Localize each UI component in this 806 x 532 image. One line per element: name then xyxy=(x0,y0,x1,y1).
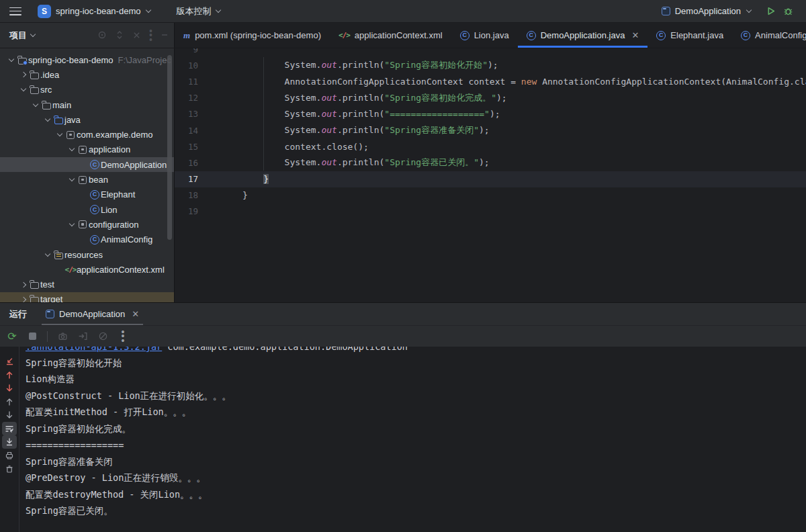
main-menu-icon[interactable] xyxy=(9,7,21,15)
prev-occurrence-button[interactable] xyxy=(2,395,17,408)
tree-label: configuration xyxy=(89,220,138,230)
chevron-down-icon[interactable] xyxy=(45,251,50,256)
chevron-down-icon[interactable] xyxy=(21,86,26,91)
stop-button[interactable] xyxy=(24,328,40,345)
coverage-button[interactable] xyxy=(95,328,111,345)
tab-label: Lion.java xyxy=(474,30,509,40)
tab-label: AnimalConfig.java xyxy=(755,30,806,40)
vcs-widget[interactable]: 版本控制 xyxy=(172,3,224,19)
code-segment-keyword: new xyxy=(521,77,537,87)
editor-tab-Lion.java[interactable]: CLion.java xyxy=(451,23,518,48)
tree-label: spring-ioc-bean-demo xyxy=(28,55,113,65)
debug-button[interactable] xyxy=(779,3,797,20)
chevron-right-icon[interactable] xyxy=(21,72,26,77)
project-name: spring-ioc-bean-demo xyxy=(56,6,140,16)
tree-item-java[interactable]: java xyxy=(0,112,174,127)
print-button[interactable] xyxy=(2,449,17,462)
collapse-all-icon[interactable] xyxy=(132,31,141,40)
tree-item-Lion[interactable]: CLion xyxy=(0,202,174,217)
chevron-down-icon[interactable] xyxy=(45,116,50,122)
tree-item-DemoApplication[interactable]: CDemoApplication xyxy=(0,157,174,172)
vcs-label: 版本控制 xyxy=(176,5,211,17)
code-line-12[interactable]: 12 System.out.println("Spring容器初始化完成。"); xyxy=(175,90,806,106)
tree-item-spring-ioc-bean-demo[interactable]: spring-ioc-bean-demoF:\JavaProjec xyxy=(0,52,174,67)
attach-debugger-button[interactable] xyxy=(75,328,91,345)
thread-dump-button[interactable] xyxy=(54,328,71,345)
chevron-right-icon[interactable] xyxy=(21,297,26,302)
jump-to-bottom-button[interactable] xyxy=(2,355,17,368)
code-line-15[interactable]: 15 context.close(); xyxy=(175,138,806,154)
editor-tab-AnimalConfig.java[interactable]: CAnimalConfig.java xyxy=(732,23,806,48)
run-button[interactable] xyxy=(762,3,779,20)
tree-item-resources[interactable]: resources xyxy=(0,247,174,262)
editor-tab-Elephant.java[interactable]: CElephant.java xyxy=(647,23,732,48)
editor-tab-applicationContext.xml[interactable]: </>applicationContext.xml xyxy=(330,23,451,48)
chevron-down-icon[interactable] xyxy=(69,146,75,151)
more-options-button[interactable]: ••• xyxy=(115,328,131,345)
clear-console-button[interactable] xyxy=(2,462,17,476)
tree-item-test[interactable]: test xyxy=(0,277,174,292)
project-panel-header: 项目 ••• xyxy=(0,23,175,48)
code-line-13[interactable]: 13 System.out.println("=================… xyxy=(175,106,806,122)
code-line-19[interactable]: 19 xyxy=(175,204,806,220)
next-occurrence-button[interactable] xyxy=(2,408,17,422)
tree-item-com.example.demo[interactable]: com.example.demo xyxy=(0,127,174,142)
chevron-down-icon[interactable] xyxy=(69,176,75,181)
close-icon[interactable]: ✕ xyxy=(631,30,639,40)
code-line-16[interactable]: 16 System.out.println("Spring容器已关闭。"); xyxy=(175,154,806,171)
tree-item-application[interactable]: application xyxy=(0,142,174,157)
tree-item-target[interactable]: target xyxy=(0,292,174,302)
code-line-9[interactable]: 9 xyxy=(175,48,806,57)
chevron-down-icon[interactable] xyxy=(69,221,75,226)
expand-collapse-icon[interactable] xyxy=(115,30,124,40)
tree-item-Elephant[interactable]: CElephant xyxy=(0,187,174,202)
scroll-to-end-button[interactable] xyxy=(2,435,17,449)
next-error-button[interactable] xyxy=(2,382,17,395)
up-arrow-red-icon xyxy=(5,370,14,380)
tree-item-applicationContext.xml[interactable]: </>applicationContext.xml xyxy=(0,262,174,277)
chevron-down-icon[interactable] xyxy=(33,101,38,106)
code-line-10[interactable]: 10 System.out.println("Spring容器初始化开始"); xyxy=(175,57,806,73)
run-config-icon xyxy=(662,7,670,15)
soft-wrap-button[interactable] xyxy=(2,422,17,435)
tree-item-main[interactable]: main xyxy=(0,97,174,112)
code-line-14[interactable]: 14 System.out.println("Spring容器准备关闭"); xyxy=(175,122,806,138)
code-line-11[interactable]: 11 AnnotationConfigApplicationContext co… xyxy=(175,73,806,89)
chevron-right-icon[interactable] xyxy=(21,281,26,287)
prev-error-button[interactable] xyxy=(2,368,17,382)
panel-options-icon[interactable]: ••• xyxy=(149,29,152,42)
class-icon: C xyxy=(90,205,99,214)
tree-item-.idea[interactable]: .idea xyxy=(0,67,174,82)
console-line-11: Spring容器已关闭。 xyxy=(26,503,806,520)
code-text: System.out.println("Spring容器已关闭。"); xyxy=(242,157,490,169)
code-editor[interactable]: 910 System.out.println("Spring容器初始化开始");… xyxy=(175,48,806,302)
run-config-widget[interactable]: DemoApplication xyxy=(658,4,755,18)
line-number: 17 xyxy=(175,174,198,184)
line-number: 15 xyxy=(175,142,198,152)
code-line-17[interactable]: 17 } xyxy=(175,171,806,187)
chevron-down-icon[interactable] xyxy=(9,56,14,61)
console-line-7: ================== xyxy=(26,437,806,454)
locate-file-icon[interactable] xyxy=(97,30,107,40)
run-tab[interactable]: DemoApplication ✕ xyxy=(42,303,143,325)
line-number: 18 xyxy=(175,190,198,200)
console-line-5: 配置类initMethod - 打开Lion。。。 xyxy=(26,404,806,421)
tree-item-src[interactable]: src xyxy=(0,83,174,97)
console-link[interactable]: .annotation-api-1.3.2.jar xyxy=(26,347,162,352)
rerun-button[interactable]: ⟳ xyxy=(4,328,20,345)
folder-icon xyxy=(30,87,39,94)
chevron-down-icon[interactable] xyxy=(57,131,62,136)
tree-item-AnimalConfig[interactable]: CAnimalConfig xyxy=(0,232,174,247)
code-segment-field: out xyxy=(321,93,337,103)
tree-scrollbar[interactable] xyxy=(167,55,172,240)
close-icon[interactable]: ✕ xyxy=(132,309,139,319)
tree-item-configuration[interactable]: configuration xyxy=(0,217,174,232)
tree-item-bean[interactable]: bean xyxy=(0,172,174,187)
editor-tab-DemoApplication.java[interactable]: CDemoApplication.java✕ xyxy=(518,23,648,48)
editor-tab-pom.xml-spring-ioc-bean-demo-[interactable]: mpom.xml (spring-ioc-bean-demo) xyxy=(175,23,330,48)
code-text: System.out.println("Spring容器初始化完成。"); xyxy=(242,92,507,104)
hide-panel-icon[interactable] xyxy=(161,31,169,39)
code-line-18[interactable]: 18} xyxy=(175,187,806,204)
project-widget[interactable]: S spring-ioc-bean-demo xyxy=(34,3,154,20)
code-text: } xyxy=(242,174,269,184)
